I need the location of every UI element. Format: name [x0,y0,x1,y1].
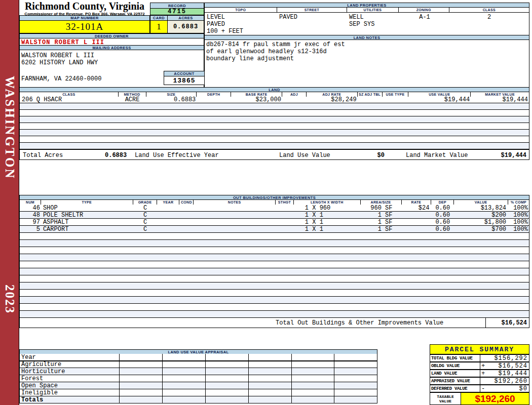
table-cell: 1 X 1 [294,226,361,232]
appraisal-cell [205,361,248,368]
table-cell [179,212,194,218]
appraisal-cell [334,375,377,382]
column-header: YEAR [157,200,179,205]
table-cell [157,205,179,211]
appraisal-cell [205,368,248,375]
table-cell: 1 SF [361,212,402,218]
table-cell: $23,000 [231,97,282,103]
appraisal-cell [248,382,291,389]
table-row [19,297,529,304]
deeded-owner-value: WALSTON ROBERT L III [19,38,204,46]
table-row [19,143,529,149]
out-buildings-total-label: Total Out Buildings & Other Improvements… [276,319,443,327]
taxable-value: $192,260 [461,392,529,405]
table-cell [194,226,276,232]
summary-value: $156,292 [487,355,529,362]
column-header: CLASS [449,8,529,12]
appraisal-cell [334,368,377,375]
appraisal-cell [334,354,377,360]
land-use-value: $0 [354,152,385,159]
table-cell [157,212,179,218]
sidebar: WASHINGTON 2023 [0,0,19,405]
appraisal-cell [291,396,334,403]
appraisal-cell [205,396,248,403]
appraisal-cell [248,389,291,396]
column-header: CLASS [20,92,119,97]
land-use-appraisal-body: YearAgricultureHorticultureForestOpen Sp… [19,354,377,403]
column-header: STHGT [276,200,294,205]
taxable-value-row: TAXABLE VALUE $192,260 [430,392,529,405]
table-row: 48POLE SHELTRC1 X 11 SF0.60$200100% [19,212,529,219]
appraisal-cell [205,354,248,360]
table-cell [276,226,294,232]
table-cell: ACRE [119,97,146,103]
table-cell: C [133,226,158,232]
column-header: AREA/SIZE [361,200,402,205]
appraisal-cell [162,361,205,368]
column-header: COND [179,200,194,205]
topo-line: LEVEL [207,14,225,21]
land-table-body: 206 Q HSACRACRE0.6883$23,000$28,249$19,4… [19,97,529,149]
table-cell: POLE SHELTR [41,212,133,218]
appraisal-cell [291,361,334,368]
table-cell: 97 [20,219,41,225]
table-cell [157,219,179,225]
summary-value-cell: $192,260 [480,377,529,385]
table-cell: $24 [401,205,431,211]
mailing-address-block: WALSTON ROBERT L III 6202 HISTORY LAND H… [19,50,204,88]
table-row [19,233,529,240]
table-cell: 0.60 [431,212,454,218]
column-header: TYPE [41,200,133,205]
table-cell: C [133,219,158,225]
column-header: NUM [20,200,41,205]
column-header: NOTES [194,200,276,205]
appraisal-cell [119,382,162,389]
zoning-value: A-1 [399,14,450,21]
class-value: 2 [450,14,528,21]
appraisal-cell [248,361,291,368]
table-cell [194,219,276,225]
total-acres-label: Total Acres [23,152,63,159]
appraisal-cell [205,382,248,389]
table-cell [276,219,294,225]
table-cell [401,212,431,218]
table-cell: $1,800 [454,219,508,225]
table-cell [358,97,383,103]
column-header: ADJ RATE [307,92,358,97]
table-row [19,110,529,116]
utility-line: SEP SYS [349,21,374,28]
out-buildings-total-value: $16,524 [485,318,529,328]
column-header: RATE [402,200,432,205]
summary-value-cell: +$16,524 [480,362,529,370]
page-title: Richmond County, Virginia [19,1,150,12]
summary-label: DEFERRED VALUE [430,385,480,392]
summary-label: OBLDG VALUE [430,362,480,370]
land-market-value-label: Land Market Value [406,152,468,159]
table-cell [276,205,294,211]
table-cell [282,97,307,103]
table-cell: 100% [508,226,529,232]
table-cell: 48 [20,212,41,218]
parcel-summary-row: LAND VALUE+$19,444 [430,370,529,377]
appraisal-row: Ineligible [19,389,377,396]
column-header: LENGTH X WIDTH [294,200,361,205]
table-row [19,311,529,318]
appraisal-cell [291,382,334,389]
table-cell [179,219,194,225]
table-cell [194,205,276,211]
appraisal-cell [205,389,248,396]
taxable-label-line: TAXABLE [430,394,461,399]
acres-value: 0.6883 [167,20,204,33]
appraisal-cell [248,375,291,382]
land-note-line: db267-814 fr paul stamm jr exec of est [206,41,345,48]
table-cell [197,97,231,103]
summary-value-cell: $156,292 [480,354,529,362]
column-header: TOPO [205,8,277,12]
table-row [19,116,529,123]
table-row: 97ASPHALTC1 X 11 SF0.60$1,800100% [19,219,529,226]
appraisal-cell [119,396,162,403]
appraisal-cell [291,368,334,375]
table-cell: 0.60 [431,205,454,211]
parcel-summary-rows: TOTAL BLDG VALUE$156,292OBLDG VALUE+$16,… [430,354,529,392]
topo-line: 100 + FEET [207,28,243,35]
